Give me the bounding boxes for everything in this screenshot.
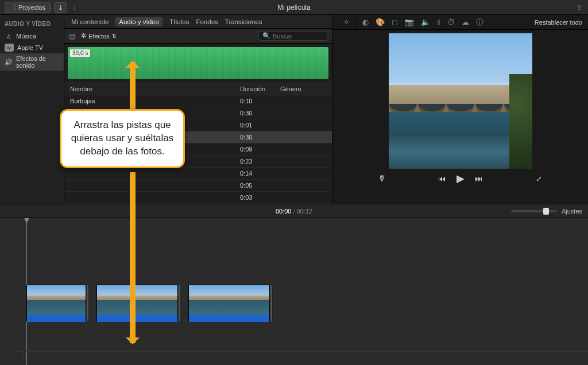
music-track[interactable]: ♫ [17,351,588,362]
col-name: Nombre [70,86,240,92]
prev-button[interactable]: ⏮ [438,174,446,183]
title-bar: 〈 Proyectos ⤓ ↓ Mi película ⇪ [0,0,588,15]
table-row[interactable]: 0:03 [64,192,332,204]
table-row[interactable]: Burbujas0:10 [64,95,332,107]
tab-backgrounds[interactable]: Fondos [196,18,218,25]
sidebar-item-label: Efectos de sonido [16,55,59,69]
waveform-duration-badge: 30,0 s [70,49,90,57]
magic-wand-button[interactable]: ✧ [338,15,355,29]
settings-button[interactable]: Ajustes [562,208,582,215]
download-icon[interactable]: ↓ [71,3,79,11]
play-button[interactable]: ▶ [457,172,465,185]
share-icon[interactable]: ⇪ [577,3,582,11]
reset-all-button[interactable]: Restablecer todo [535,19,582,26]
row-duration: 0:03 [240,194,280,201]
table-header: Nombre Duración Género [64,83,332,95]
list-view-icon[interactable]: ▤ [69,32,75,40]
project-title: Mi película [0,3,588,11]
row-duration: 0:14 [240,170,280,177]
row-duration: 0:01 [240,122,280,129]
playhead-time: 00:00 / 00:12 [276,208,312,215]
speed-icon[interactable]: ⏱ [447,18,455,26]
zoom-slider[interactable] [511,210,557,212]
clip-handle[interactable] [86,285,89,321]
clip-handle[interactable] [270,285,273,321]
content-tabs: Mi contenido Audio y vídeo Títulos Fondo… [64,15,332,29]
row-duration: 0:09 [240,146,280,153]
volume-icon[interactable]: 🔈 [421,18,430,26]
row-duration: 0:30 [240,110,280,117]
tab-audiovideo[interactable]: Audio y vídeo [115,17,163,26]
effects-label: Efectos [88,33,110,40]
info-icon[interactable]: ⓘ [476,17,483,28]
instruction-callout: Arrastra las pistas que quieras usar y s… [60,109,185,168]
table-row[interactable]: 0:05 [64,180,332,192]
search-input[interactable] [273,33,324,40]
col-genre: Género [280,86,326,92]
row-duration: 0:05 [240,182,280,189]
audio-waveform-preview[interactable]: 30,0 s [68,47,328,79]
music-icon: ♫ [5,32,13,40]
annotation-arrow-down [130,172,136,343]
equalizer-icon[interactable]: ⫴ [437,18,440,27]
import-icon: ⤓ [58,4,63,11]
updown-icon: ⇅ [112,33,117,39]
sidebar-item-label: Música [16,33,36,40]
speaker-icon: 🔊 [5,58,13,66]
search-icon: 🔍 [262,32,270,40]
playback-controls: 🎙 ⏮ ▶ ⏭ ⤢ [332,169,588,188]
stabilize-icon[interactable]: 📷 [405,18,414,26]
color-balance-icon[interactable]: ◐ [362,18,369,26]
timeline-header: 00:00 / 00:12 Ajustes [0,204,588,218]
row-duration: 0:23 [240,158,280,165]
wand-icon: ✧ [343,18,350,26]
browser-toolbar: ▤ ✲ Efectos ⇅ 🔍 [64,29,332,44]
media-sidebar: AUDIO Y VÍDEO ♫ Música tv Apple TV 🔊 Efe… [0,15,64,204]
tab-transitions[interactable]: Transiciones [225,18,262,25]
timeline-clip[interactable] [26,285,86,321]
row-duration: 0:10 [240,98,280,104]
timeline-clip[interactable] [188,285,270,321]
tab-mycontent[interactable]: Mi contenido [71,18,109,25]
annotation-arrow-up [130,62,136,111]
sidebar-item-appletv[interactable]: tv Apple TV [0,42,64,53]
preview-panel: ✧ ◐ 🎨 ◻ 📷 🔈 ⫴ ⏱ ☁ ⓘ Restablecer todo 🎙 [332,15,588,204]
sidebar-heading: AUDIO Y VÍDEO [0,18,64,30]
import-button[interactable]: ⤓ [54,2,67,13]
timeline[interactable]: ♫ [0,218,588,365]
gear-icon: ✲ [81,32,86,40]
appletv-icon: tv [5,44,14,52]
callout-text: Arrastra las pistas que quieras usar y s… [71,119,174,157]
filter-icon[interactable]: ☁ [462,18,469,26]
back-to-projects-button[interactable]: 〈 Proyectos [5,2,51,13]
sidebar-item-label: Apple TV [17,44,43,51]
chevron-left-icon: 〈 [10,3,16,11]
row-duration: 0:30 [240,134,280,141]
table-row[interactable]: 0:14 [64,168,332,180]
next-button[interactable]: ⏭ [475,174,483,183]
col-duration: Duración [240,86,280,92]
sidebar-item-music[interactable]: ♫ Música [0,30,64,42]
video-preview[interactable] [389,33,532,169]
search-field[interactable]: 🔍 [258,31,327,41]
voiceover-icon[interactable]: 🎙 [378,174,386,183]
music-note-icon: ♫ [22,352,27,360]
tab-titles[interactable]: Títulos [169,18,189,25]
clip-handle[interactable] [178,285,181,321]
effects-dropdown[interactable]: ✲ Efectos ⇅ [81,32,117,40]
preview-toolbar: ✧ ◐ 🎨 ◻ 📷 🔈 ⫴ ⏱ ☁ ⓘ Restablecer todo [332,15,588,30]
row-name: Burbujas [70,98,240,104]
crop-icon[interactable]: ◻ [392,18,398,26]
color-correction-icon[interactable]: 🎨 [376,18,385,26]
back-label: Proyectos [18,4,45,11]
sidebar-item-sound-effects[interactable]: 🔊 Efectos de sonido [0,53,64,71]
fullscreen-icon[interactable]: ⤢ [536,174,542,183]
timeline-clip[interactable] [96,285,178,321]
